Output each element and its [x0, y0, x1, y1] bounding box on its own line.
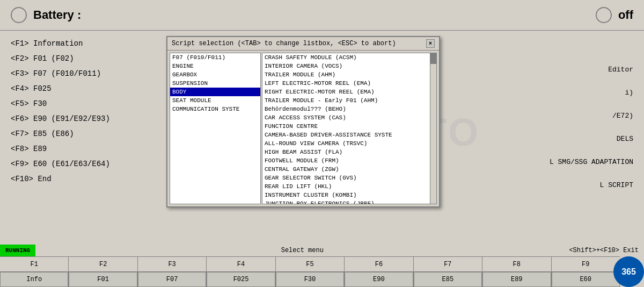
fkey-bottom-f2[interactable]: F01: [69, 272, 137, 287]
left-list-item-seat[interactable]: SEAT MODULE: [170, 96, 260, 105]
dialog-titlebar: Script selection (<TAB> to change listbo…: [167, 37, 439, 51]
fkey-top-f4: F4: [207, 257, 275, 272]
right-list-item-7[interactable]: CAR ACCESS SYSTEM (CAS): [262, 113, 436, 122]
right-list-item-4[interactable]: RIGHT ELECTRIC-MOTOR REEL (EMA): [262, 88, 436, 96]
scrollbar[interactable]: [430, 53, 436, 204]
right-list-item-8[interactable]: FUNCTION CENTRE: [262, 122, 436, 131]
fkey-col-f2[interactable]: F2F01: [69, 257, 137, 287]
fkey-bottom-f7[interactable]: E85: [414, 272, 482, 287]
right-list-item-6[interactable]: Behördenmodul??? (BEHO): [262, 105, 436, 113]
fkey-bottom-f6[interactable]: E90: [345, 272, 413, 287]
dialog-close-button[interactable]: ×: [426, 39, 435, 48]
right-list-item-9[interactable]: CAMERA-BASED DRIVER-ASSISTANCE SYSTE: [262, 131, 436, 139]
right-list-item-10[interactable]: ALL-ROUND VIEW CAMERA (TRSVC): [262, 139, 436, 148]
left-list-item-suspension[interactable]: SUSPENSION: [170, 79, 260, 88]
fkey-col-f5[interactable]: F5F30: [276, 257, 345, 287]
top-bar: Battery : off: [0, 0, 644, 31]
fkey-top-f2: F2: [69, 257, 137, 272]
fkey-bottom-f9[interactable]: E60: [552, 272, 620, 287]
top-right-circle[interactable]: [596, 7, 612, 23]
fkey-col-f6[interactable]: F6E90: [345, 257, 413, 287]
dialog-title: Script selection (<TAB> to change listbo…: [172, 40, 396, 47]
right-list-item-3[interactable]: LEFT ELECTRIC-MOTOR REEL (EMA): [262, 79, 436, 88]
fkey-bottom-f8[interactable]: E89: [482, 272, 551, 287]
fkey-col-f9[interactable]: F9E60: [552, 257, 620, 287]
dialog-overlay: Script selection (<TAB> to change listbo…: [0, 31, 644, 251]
dialog-list-left[interactable]: F07 (F010/F011)ENGINEGEARBOXSUSPENSIONBO…: [170, 53, 261, 204]
fkey-bottom-f3[interactable]: F07: [138, 272, 206, 287]
left-list-item-comm[interactable]: COMMUNICATION SYSTE: [170, 105, 260, 113]
left-list-item-body[interactable]: BODY: [170, 88, 260, 96]
right-list-item-5[interactable]: TRAILER MODULE - Early F01 (AHM): [262, 96, 436, 105]
scrollbar-thumb[interactable]: [430, 53, 436, 64]
battery-label: Battery :: [33, 8, 81, 22]
right-list-item-15[interactable]: REAR LID LIFT (HKL): [262, 182, 436, 191]
fkey-top-f7: F7: [414, 257, 482, 272]
right-list-item-2[interactable]: TRAILER MODULE (AHM): [262, 70, 436, 79]
logo-circle: 365: [613, 256, 644, 287]
dialog-content: F07 (F010/F011)ENGINEGEARBOXSUSPENSIONBO…: [167, 51, 439, 206]
right-list-item-12[interactable]: FOOTWELL MODULE (FRM): [262, 156, 436, 165]
fkey-top-f8: F8: [482, 257, 551, 272]
left-list-item-f07[interactable]: F07 (F010/F011): [170, 53, 260, 62]
fkey-col-f1[interactable]: F1Info: [0, 257, 69, 287]
fkey-bottom-f1[interactable]: Info: [0, 272, 68, 287]
fkey-col-f3[interactable]: F3F07: [138, 257, 207, 287]
off-label: off: [618, 8, 633, 22]
main-area: ВСЕ ДЛЯ АВТО СКАНЕРЫ <F1> Information<F2…: [0, 31, 644, 251]
fkey-top-f1: F1: [0, 257, 68, 272]
right-list-item-14[interactable]: GEAR SELECTOR SWITCH (GVS): [262, 174, 436, 182]
fkey-top-f9: F9: [552, 257, 620, 272]
fkey-top-f3: F3: [138, 257, 206, 272]
top-right: off: [596, 7, 633, 23]
script-selection-dialog: Script selection (<TAB> to change listbo…: [166, 36, 440, 207]
right-list-item-1[interactable]: INTERIOR CAMERA (VOCS): [262, 62, 436, 70]
fkey-col-f4[interactable]: F4F025: [207, 257, 275, 287]
right-list-item-0[interactable]: CRASH SAFETY MODULE (ACSM): [262, 53, 436, 62]
top-left: Battery :: [11, 7, 81, 23]
fkey-bottom-f5[interactable]: F30: [276, 272, 344, 287]
fkey-col-f7[interactable]: F7E85: [414, 257, 482, 287]
right-list-item-17[interactable]: JUNCTION BOX ELECTRONICS (JBBF): [262, 199, 436, 204]
right-list-item-13[interactable]: CENTRAL GATEWAY (ZGW): [262, 165, 436, 174]
left-list-item-gearbox[interactable]: GEARBOX: [170, 70, 260, 79]
top-left-circle[interactable]: [11, 7, 27, 23]
fkey-bottom-f4[interactable]: F025: [207, 272, 275, 287]
fkey-col-f8[interactable]: F8E89: [482, 257, 551, 287]
right-list-item-16[interactable]: INSTRUMENT CLUSTER (KOMBI): [262, 191, 436, 199]
fkey-top-f6: F6: [345, 257, 413, 272]
fkey-bar: F1InfoF2F01F3F07F4F025F5F30F6E90F7E85F8E…: [0, 256, 620, 287]
dialog-list-right[interactable]: CRASH SAFETY MODULE (ACSM)INTERIOR CAMER…: [262, 53, 437, 204]
logo-text: 365: [621, 267, 636, 277]
fkey-top-f5: F5: [276, 257, 344, 272]
right-list-item-11[interactable]: HIGH BEAM ASSIST (FLA): [262, 148, 436, 156]
left-list-item-engine[interactable]: ENGINE: [170, 62, 260, 70]
